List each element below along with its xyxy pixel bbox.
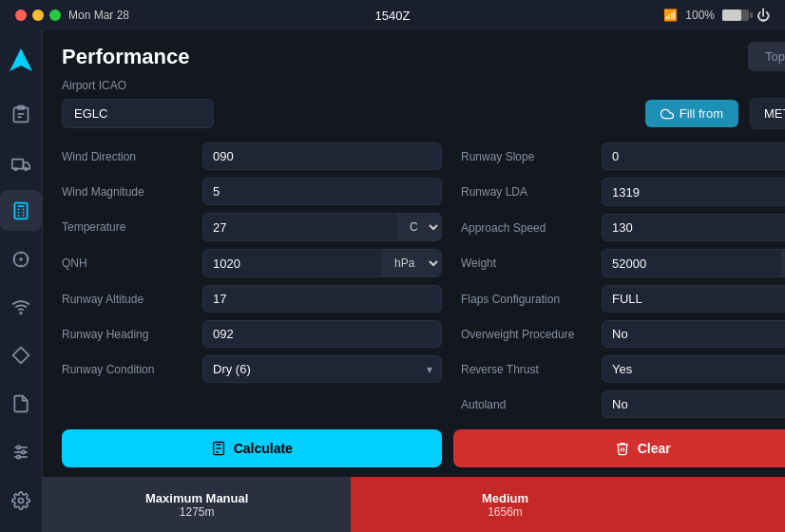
titlebar-right: 📶 100% ⏻ bbox=[663, 8, 770, 23]
calculate-button[interactable]: Calculate bbox=[62, 429, 442, 467]
flaps-wrapper: FULL321 bbox=[602, 285, 785, 313]
sidebar-item-clipboard[interactable] bbox=[0, 94, 42, 135]
temperature-input-group: CF bbox=[202, 213, 442, 241]
sidebar-item-settings[interactable] bbox=[0, 480, 42, 521]
sidebar-item-diamond[interactable] bbox=[0, 335, 42, 376]
overweight-label: Overweight Procedure bbox=[461, 328, 594, 341]
wind-magnitude-row: Wind Magnitude bbox=[62, 178, 442, 205]
titlebar-date: Mon Mar 28 bbox=[68, 9, 129, 22]
runway-condition-row: Runway Condition Dry (6) Good (5) Medium… bbox=[62, 355, 442, 383]
approach-speed-row: Approach Speed bbox=[461, 214, 785, 241]
tab-group: Top of Descent Landing bbox=[748, 42, 785, 71]
autoland-wrapper: NoYes bbox=[602, 390, 785, 418]
sidebar-item-document[interactable] bbox=[0, 384, 42, 425]
action-row: Calculate Clear bbox=[62, 429, 785, 467]
flaps-row: Flaps Configuration FULL321 bbox=[461, 285, 785, 313]
overweight-wrapper: NoYes bbox=[602, 320, 785, 348]
clear-button[interactable]: Clear bbox=[453, 429, 786, 467]
sidebar-item-sliders[interactable] bbox=[0, 431, 42, 472]
runway-altitude-label: Runway Altitude bbox=[62, 293, 195, 306]
reverse-thrust-select[interactable]: YesNo bbox=[602, 355, 785, 383]
bottom-max-manual-value: 1275m bbox=[180, 505, 215, 519]
window-controls[interactable] bbox=[15, 10, 61, 21]
runway-lda-row: Runway LDA mft bbox=[461, 178, 785, 206]
autoland-label: Autoland bbox=[461, 398, 594, 411]
power-icon[interactable]: ⏻ bbox=[756, 8, 770, 23]
airport-input[interactable] bbox=[62, 99, 214, 128]
sidebar-item-wifi[interactable] bbox=[0, 287, 42, 328]
battery-pct: 100% bbox=[685, 9, 715, 22]
reverse-thrust-row: Reverse Thrust YesNo bbox=[461, 355, 785, 383]
main-area: Airport ICAO Fill from METAR TAF bbox=[43, 79, 785, 477]
wifi-icon: 📶 bbox=[663, 9, 678, 22]
qnh-row: QNH hPainHg bbox=[62, 249, 442, 277]
svg-marker-19 bbox=[13, 348, 29, 364]
wind-direction-row: Wind Direction bbox=[62, 142, 442, 170]
autoland-select[interactable]: NoYes bbox=[602, 390, 785, 418]
sidebar-logo bbox=[2, 42, 40, 79]
runway-heading-label: Runway Heading bbox=[62, 328, 195, 341]
bottom-segment-medium[interactable]: Medium 1656m bbox=[351, 477, 659, 532]
logo-icon bbox=[6, 45, 36, 75]
runway-lda-input[interactable] bbox=[603, 180, 785, 205]
trash-icon bbox=[615, 441, 630, 456]
weight-row: Weight kglbs bbox=[461, 249, 785, 277]
approach-speed-label: Approach Speed bbox=[461, 221, 594, 235]
sidebar-item-compass[interactable] bbox=[0, 238, 42, 279]
weight-input[interactable] bbox=[603, 251, 781, 276]
flaps-label: Flaps Configuration bbox=[461, 293, 594, 306]
overweight-row: Overweight Procedure NoYes bbox=[461, 320, 785, 348]
runway-condition-label: Runway Condition bbox=[62, 363, 195, 376]
runway-heading-input[interactable] bbox=[202, 320, 442, 348]
temperature-unit-select[interactable]: CF bbox=[397, 214, 441, 240]
temperature-input[interactable] bbox=[203, 215, 397, 240]
page-title: Performance bbox=[62, 45, 190, 69]
overweight-select[interactable]: NoYes bbox=[602, 320, 785, 348]
svg-point-26 bbox=[19, 498, 24, 503]
weight-input-group: kglbs bbox=[602, 249, 785, 277]
sidebar-item-calculator[interactable] bbox=[0, 190, 42, 231]
qnh-unit-select[interactable]: hPainHg bbox=[382, 250, 441, 276]
bottom-medium-value: 1656m bbox=[488, 505, 523, 519]
qnh-input[interactable] bbox=[203, 251, 382, 276]
maximize-dot[interactable] bbox=[49, 10, 61, 21]
runway-slope-label: Runway Slope bbox=[461, 150, 594, 163]
tab-top-of-descent[interactable]: Top of Descent bbox=[748, 42, 785, 71]
wind-direction-label: Wind Direction bbox=[62, 150, 195, 163]
sidebar bbox=[0, 30, 43, 532]
weight-unit-select[interactable]: kglbs bbox=[781, 250, 785, 276]
svg-rect-5 bbox=[12, 160, 24, 169]
airport-label: Airport ICAO bbox=[62, 79, 785, 92]
bottom-segment-max-manual[interactable]: Maximum Manual 1275m bbox=[43, 477, 351, 532]
titlebar: Mon Mar 28 1540Z 📶 100% ⏻ bbox=[0, 0, 785, 30]
autoland-row: Autoland NoYes bbox=[461, 390, 785, 418]
runway-slope-input[interactable] bbox=[602, 142, 785, 170]
temperature-row: Temperature CF bbox=[62, 213, 442, 241]
wind-magnitude-input[interactable] bbox=[202, 178, 442, 205]
flaps-select[interactable]: FULL321 bbox=[602, 285, 785, 313]
bottom-segment-low[interactable]: Low 2420m bbox=[660, 477, 785, 532]
metar-select[interactable]: METAR TAF bbox=[750, 98, 785, 129]
svg-marker-0 bbox=[10, 48, 32, 71]
calc-icon bbox=[211, 441, 226, 456]
close-dot[interactable] bbox=[15, 10, 27, 21]
fill-from-button[interactable]: Fill from bbox=[645, 100, 738, 127]
header: Performance Top of Descent Landing bbox=[43, 30, 785, 79]
bottom-max-manual-label: Maximum Manual bbox=[145, 491, 248, 505]
qnh-label: QNH bbox=[62, 256, 195, 270]
wind-direction-input[interactable] bbox=[202, 142, 442, 170]
runway-heading-row: Runway Heading bbox=[62, 320, 442, 348]
runway-altitude-row: Runway Altitude bbox=[62, 285, 442, 313]
right-column: Runway Slope Runway LDA mft bbox=[461, 142, 785, 418]
approach-speed-input[interactable] bbox=[602, 214, 785, 241]
minimize-dot[interactable] bbox=[32, 10, 44, 21]
runway-condition-select[interactable]: Dry (6) Good (5) Medium (3) Poor (1) bbox=[202, 355, 442, 383]
form-columns: Wind Direction Wind Magnitude Temperatur… bbox=[62, 142, 785, 418]
runway-altitude-input[interactable] bbox=[202, 285, 442, 313]
runway-slope-row: Runway Slope bbox=[461, 142, 785, 170]
svg-point-23 bbox=[17, 446, 20, 448]
svg-point-25 bbox=[17, 455, 20, 458]
qnh-input-group: hPainHg bbox=[202, 249, 442, 277]
sidebar-item-truck[interactable] bbox=[0, 142, 42, 183]
cloud-icon bbox=[661, 107, 674, 121]
